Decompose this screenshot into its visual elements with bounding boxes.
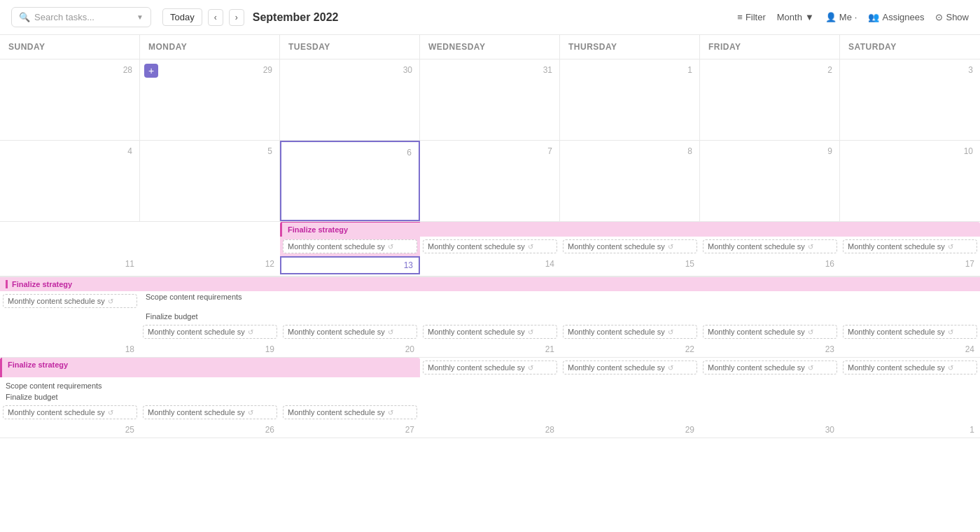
sync-icon: ↺ (668, 243, 673, 251)
day-aug31[interactable]: 31 (420, 59, 560, 140)
assignees-button[interactable]: 👥 Assignees (868, 12, 924, 22)
task-chip-sep22b[interactable]: Monthly content schedule sy ↺ (563, 360, 697, 374)
task-chip-sep23b[interactable]: Monthly content schedule sy ↺ (703, 360, 837, 374)
sync-icon: ↺ (668, 328, 673, 336)
day-num-29: 29 (144, 64, 275, 76)
day-sep9[interactable]: 9 (700, 141, 840, 221)
task-chip-sep22[interactable]: Monthly content schedule sy ↺ (563, 325, 697, 339)
filter-button[interactable]: ≡ Filter (737, 12, 765, 22)
header-thursday: Thursday (560, 35, 700, 59)
prev-button[interactable]: ‹ (208, 9, 223, 26)
day-sep5[interactable]: 5 (140, 141, 280, 221)
dn-22: 22 (560, 342, 700, 357)
sync-icon: ↺ (388, 409, 393, 416)
task-chip-sep23[interactable]: Monthly content schedule sy ↺ (703, 325, 837, 339)
dn-20: 20 (280, 342, 420, 357)
person-icon: 👤 (825, 12, 836, 22)
finalize-bar-week5: Finalize strategy Monthly content schedu… (0, 358, 980, 377)
header-monday: Monday (140, 35, 280, 59)
task-chip-sep13-tue[interactable]: Monthly content schedule sy ↺ (283, 239, 417, 253)
finalize-strategy-banner: Finalize strategy (0, 276, 980, 291)
sync-icon: ↺ (948, 364, 953, 372)
me-button[interactable]: 👤 Me · (825, 12, 858, 22)
day-num-28: 28 (4, 64, 135, 76)
task-chip-sep27[interactable]: Monthly content schedule sy ↺ (283, 405, 417, 419)
day-num-11: 11 (0, 256, 140, 276)
task-chip-sep25[interactable]: Monthly content schedule sy ↺ (3, 405, 137, 419)
month-title: September 2022 (253, 11, 339, 24)
day-aug28[interactable]: 28 (0, 59, 140, 140)
day-num-10: 10 (844, 145, 976, 158)
header-wednesday: Wednesday (420, 35, 560, 59)
day-num-3: 3 (844, 64, 976, 76)
header-tuesday: Tuesday (280, 35, 420, 59)
task-chip-sep21b[interactable]: Monthly content schedule sy ↺ (423, 360, 557, 374)
day-nums-row-5: 25 26 27 28 29 30 1 (0, 422, 980, 438)
task-chip-sep24b[interactable]: Monthly content schedule sy ↺ (843, 360, 977, 374)
sync-icon: ↺ (388, 243, 393, 251)
task-chip-sep26[interactable]: Monthly content schedule sy ↺ (143, 405, 277, 419)
next-button[interactable]: › (229, 9, 244, 26)
day-sep10[interactable]: 10 (840, 141, 980, 221)
sync-icon: ↺ (248, 409, 253, 416)
week-row-2: 4 5 6 7 8 9 10 (0, 141, 980, 222)
day-sep8[interactable]: 8 (560, 141, 700, 221)
scope-content-label: Scope content requirements (140, 291, 280, 311)
day-num-31: 31 (424, 64, 555, 76)
scope-content-5: Scope content requirements (0, 380, 980, 391)
budget-row: Finalize budget (0, 311, 980, 322)
day-sep1[interactable]: 1 (560, 59, 700, 140)
search-input-placeholder: Search tasks... (34, 12, 132, 22)
sync-icon: ↺ (808, 364, 813, 372)
sync-icon: ↺ (528, 364, 533, 372)
week-row-3-container: Finalize strategy Monthly content schedu… (0, 222, 980, 276)
day-sep3[interactable]: 3 (840, 59, 980, 140)
dn-oct1: 1 (840, 422, 980, 438)
task-chip-sep19[interactable]: Monthly content schedule sy ↺ (143, 325, 277, 339)
task-chip-sep21[interactable]: Monthly content schedule sy ↺ (423, 325, 557, 339)
day-num-12: 12 (140, 256, 280, 276)
day-sep6[interactable]: 6 (280, 141, 420, 221)
dn-18: 18 (0, 342, 140, 357)
scope-label-5 (0, 377, 280, 380)
day-aug30[interactable]: 30 (280, 59, 420, 140)
finalize-banner-label: Finalize strategy (6, 280, 72, 288)
day-num-8: 8 (564, 145, 695, 158)
finalize-strategy-label-5[interactable]: Finalize strategy (0, 358, 140, 377)
show-button[interactable]: ⊙ Show (935, 12, 969, 22)
task-chip-sep18[interactable]: Monthly content schedule sy ↺ (3, 294, 137, 308)
finalize-strategy-label[interactable]: Finalize strategy (280, 222, 420, 237)
task-chip-sep20[interactable]: Monthly content schedule sy ↺ (283, 325, 417, 339)
day-aug29[interactable]: + 29 (140, 59, 280, 140)
topbar-actions: ≡ Filter Month ▼ 👤 Me · 👥 Assignees ⊙ Sh… (737, 12, 969, 22)
today-button[interactable]: Today (162, 8, 202, 26)
add-task-button[interactable]: + (144, 64, 158, 78)
sync-icon: ↺ (528, 243, 533, 251)
task-chip-sep15[interactable]: Monthly content schedule sy ↺ (563, 239, 697, 253)
scope-row-5 (0, 377, 980, 380)
dn-26: 26 (140, 422, 280, 438)
dn-21: 21 (420, 342, 560, 357)
week-row-4-container: Monthly content schedule sy ↺ Scope cont… (0, 291, 980, 358)
search-icon: 🔍 (19, 12, 30, 22)
finalize-bar-row: Finalize strategy (0, 222, 980, 237)
day-sep4[interactable]: 4 (0, 141, 140, 221)
task-chip-row-4b: Monthly content schedule sy ↺ Monthly co… (0, 322, 980, 342)
day-sep2[interactable]: 2 (700, 59, 840, 140)
day-num-13: 13 (280, 256, 420, 274)
task-chip-sep17[interactable]: Monthly content schedule sy ↺ (843, 239, 977, 253)
assignees-icon: 👥 (868, 12, 879, 22)
month-button[interactable]: Month ▼ (777, 12, 814, 22)
search-box[interactable]: 🔍 Search tasks... ▼ (11, 7, 151, 27)
header-sunday: Sunday (0, 35, 140, 59)
header-friday: Friday (700, 35, 840, 59)
dn-28b: 28 (420, 422, 560, 438)
sync-icon: ↺ (948, 328, 953, 336)
task-chip-sep24[interactable]: Monthly content schedule sy ↺ (843, 325, 977, 339)
dn-25: 25 (0, 422, 140, 438)
sync-icon: ↺ (948, 243, 953, 251)
sync-icon: ↺ (808, 328, 813, 336)
task-chip-sep14[interactable]: Monthly content schedule sy ↺ (423, 239, 557, 253)
day-sep7[interactable]: 7 (420, 141, 560, 221)
task-chip-sep16[interactable]: Monthly content schedule sy ↺ (703, 239, 837, 253)
